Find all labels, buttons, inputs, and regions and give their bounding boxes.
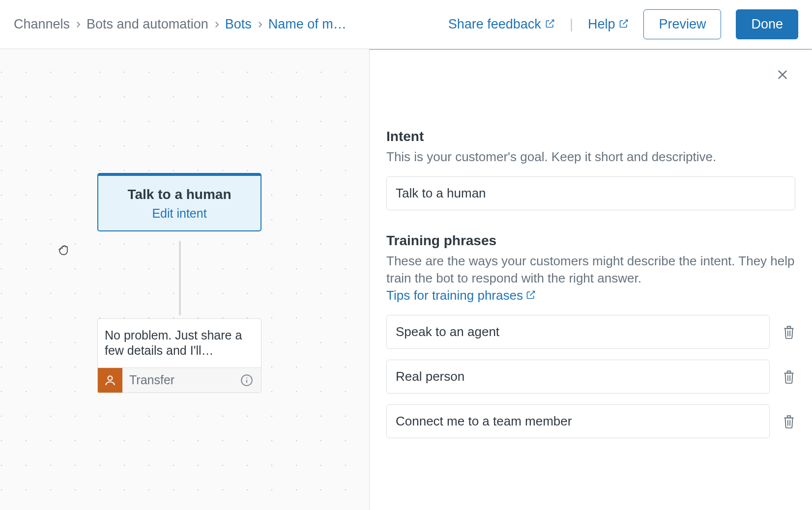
intent-description: This is your customer's goal. Keep it sh… [386, 148, 795, 166]
side-panel: Intent This is your customer's goal. Kee… [370, 49, 812, 510]
breadcrumb-item[interactable]: Bots [225, 17, 252, 32]
external-link-icon [526, 287, 536, 304]
training-phrase-row [386, 404, 795, 438]
done-button[interactable]: Done [736, 9, 798, 39]
training-phrase-row [386, 315, 795, 349]
chevron-right-icon [74, 20, 83, 29]
breadcrumb-item[interactable]: Bots and automation [87, 17, 208, 32]
training-heading: Training phrases [386, 233, 795, 249]
top-header: Channels Bots and automation Bots Name o… [0, 0, 812, 49]
preview-button[interactable]: Preview [643, 9, 721, 39]
share-feedback-link[interactable]: Share feedback [448, 17, 555, 32]
delete-phrase-button[interactable] [783, 414, 795, 429]
intent-node[interactable]: Talk to a human Edit intent [97, 173, 261, 231]
message-node-footer-label: Transfer [122, 373, 240, 387]
training-phrase-input[interactable] [386, 360, 770, 394]
training-phrase-input[interactable] [386, 315, 770, 349]
flow-connector [179, 241, 181, 315]
breadcrumb-item-current[interactable]: Name of my… [268, 17, 352, 32]
message-node[interactable]: No problem. Just share a few details and… [97, 318, 261, 393]
message-node-text: No problem. Just share a few details and… [98, 319, 261, 368]
delete-phrase-button[interactable] [783, 325, 795, 340]
training-description-text: These are the ways your customers might … [386, 254, 795, 285]
external-link-icon [545, 17, 555, 32]
svg-point-3 [246, 377, 247, 378]
intent-input[interactable] [386, 176, 795, 210]
share-feedback-label: Share feedback [448, 17, 541, 32]
help-label: Help [588, 17, 615, 32]
breadcrumb-item[interactable]: Channels [14, 17, 70, 32]
edit-intent-link[interactable]: Edit intent [103, 206, 256, 221]
breadcrumb: Channels Bots and automation Bots Name o… [14, 17, 352, 32]
transfer-icon [98, 368, 122, 393]
help-link[interactable]: Help [588, 17, 629, 32]
training-phrase-row [386, 360, 795, 394]
tips-link-label: Tips for training phrases [386, 287, 523, 304]
close-button[interactable] [776, 68, 789, 84]
header-actions: Share feedback | Help Preview Done [448, 9, 798, 39]
header-divider: | [570, 17, 573, 32]
chevron-right-icon [212, 20, 221, 29]
grab-cursor-icon [57, 242, 71, 256]
chevron-right-icon [256, 20, 264, 29]
panel-content: Intent This is your customer's goal. Kee… [370, 50, 812, 438]
svg-point-0 [108, 376, 113, 380]
flow-canvas[interactable]: Talk to a human Edit intent No problem. … [0, 49, 370, 510]
info-icon[interactable] [240, 374, 261, 387]
message-node-footer: Transfer [98, 368, 261, 393]
delete-phrase-button[interactable] [783, 369, 795, 384]
external-link-icon [619, 17, 629, 32]
training-description: These are the ways your customers might … [386, 253, 795, 304]
training-phrase-input[interactable] [386, 404, 770, 438]
main-split: Talk to a human Edit intent No problem. … [0, 49, 812, 510]
intent-heading: Intent [386, 129, 795, 144]
intent-section: Intent This is your customer's goal. Kee… [386, 129, 795, 210]
intent-node-title: Talk to a human [103, 187, 256, 202]
training-phrases-section: Training phrases These are the ways your… [386, 233, 795, 438]
tips-for-training-phrases-link[interactable]: Tips for training phrases [386, 287, 536, 304]
